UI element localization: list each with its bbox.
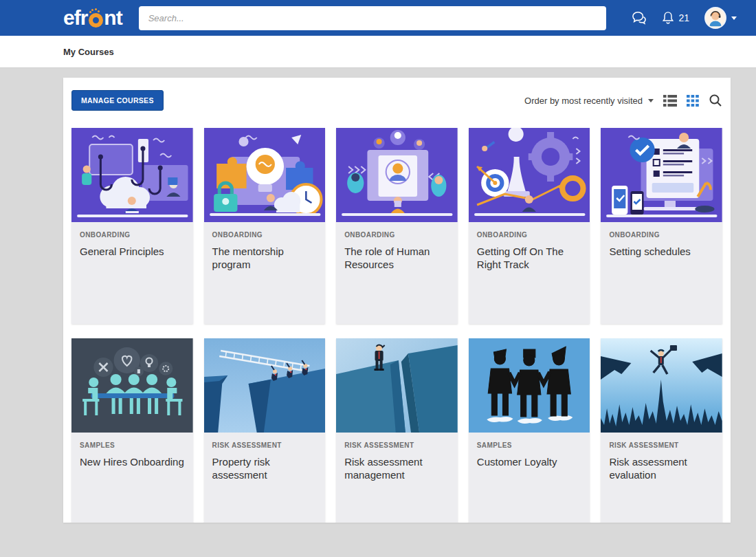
course-thumbnail <box>71 128 193 222</box>
course-card[interactable]: RISK ASSESSMENT Property risk assessment <box>204 338 326 523</box>
top-header: efr nt 21 <box>0 0 756 36</box>
course-thumbnail <box>204 338 326 433</box>
efront-logo[interactable]: efr nt <box>63 8 122 28</box>
course-card[interactable]: SAMPLES New Hires Onboarding <box>71 338 193 523</box>
course-card[interactable]: ONBOARDING General Principles <box>71 128 193 324</box>
logo-text-pre: efr <box>63 8 87 28</box>
order-by-label: Order by most recently visited <box>524 96 643 106</box>
course-title: Customer Loyalty <box>477 456 582 469</box>
course-thumbnail <box>336 338 458 433</box>
course-category: ONBOARDING <box>477 231 582 239</box>
course-title: Risk assessment evaluation <box>609 456 714 482</box>
chevron-down-icon <box>731 17 737 20</box>
course-thumbnail <box>71 338 193 433</box>
course-category: ONBOARDING <box>212 231 318 239</box>
course-thumbnail <box>336 128 458 222</box>
course-thumbnail <box>601 338 722 433</box>
course-card[interactable]: RISK ASSESSMENT Risk assessment manageme… <box>336 338 458 523</box>
chat-bubbles-icon[interactable] <box>632 11 647 25</box>
user-avatar <box>704 7 726 29</box>
notifications-count: 21 <box>678 12 689 23</box>
courses-panel: MANAGE COURSES Order by most recently vi… <box>63 78 731 523</box>
course-card[interactable]: ONBOARDING Getting Off On The Right Trac… <box>469 128 590 324</box>
course-title: The mentorship program <box>212 245 318 272</box>
course-thumbnail <box>469 338 590 433</box>
course-category: SAMPLES <box>80 441 185 449</box>
course-category: RISK ASSESSMENT <box>609 441 714 449</box>
list-view-icon[interactable] <box>663 95 677 107</box>
course-title: Setting schedules <box>609 245 714 259</box>
course-category: ONBOARDING <box>80 231 185 239</box>
bell-icon <box>662 11 674 25</box>
course-title: Property risk assessment <box>212 456 318 482</box>
course-card[interactable]: RISK ASSESSMENT Risk assessment evaluati… <box>601 338 722 523</box>
course-thumbnail <box>469 128 590 222</box>
course-card[interactable]: SAMPLES Customer Loyalty <box>469 338 590 523</box>
course-thumbnail <box>601 128 722 222</box>
course-title: Getting Off On The Right Track <box>477 245 582 272</box>
course-category: ONBOARDING <box>609 231 714 239</box>
chevron-down-icon <box>648 99 654 102</box>
course-category: RISK ASSESSMENT <box>212 441 318 449</box>
grid-view-icon[interactable] <box>687 95 699 107</box>
breadcrumb-bar: My Courses <box>0 36 756 68</box>
courses-toolbar: MANAGE COURSES Order by most recently vi… <box>71 90 722 111</box>
course-title: New Hires Onboarding <box>80 456 185 469</box>
manage-courses-button[interactable]: MANAGE COURSES <box>71 90 164 111</box>
search-icon[interactable] <box>709 94 722 107</box>
logo-o-gear-icon <box>89 13 103 28</box>
course-category: ONBOARDING <box>344 231 449 239</box>
course-title: The role of Human Resources <box>344 245 449 272</box>
course-category: SAMPLES <box>477 441 582 449</box>
course-card[interactable]: ONBOARDING The role of Human Resources <box>336 128 458 324</box>
notifications-bell[interactable]: 21 <box>662 11 689 25</box>
course-title: Risk assessment management <box>344 456 449 482</box>
course-category: RISK ASSESSMENT <box>344 441 449 449</box>
course-title: General Principles <box>80 245 185 259</box>
course-thumbnail <box>204 128 326 222</box>
page-title: My Courses <box>63 47 114 57</box>
user-menu[interactable] <box>704 7 737 29</box>
logo-text-post: nt <box>104 8 122 28</box>
course-grid: ONBOARDING General Principles <box>71 128 722 523</box>
course-card[interactable]: ONBOARDING The mentorship program <box>204 128 326 324</box>
order-by-dropdown[interactable]: Order by most recently visited <box>524 96 654 106</box>
search-input[interactable] <box>139 6 606 30</box>
course-card[interactable]: ONBOARDING Setting schedules <box>601 128 722 324</box>
